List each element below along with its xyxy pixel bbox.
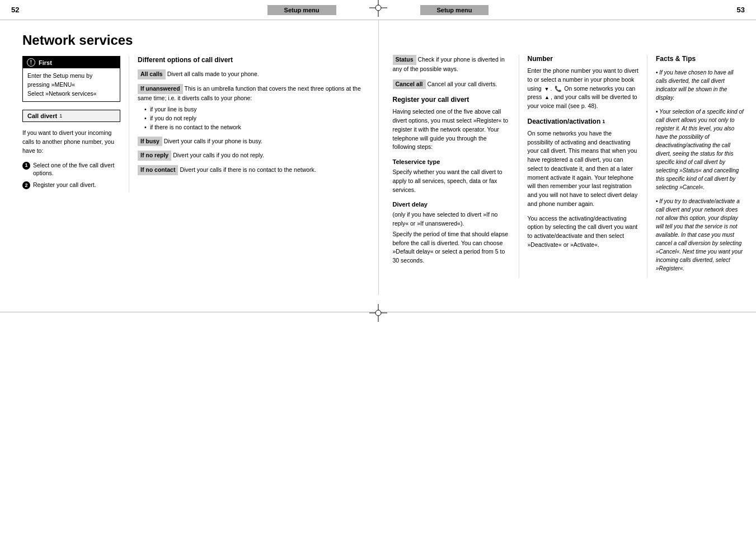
bullet-1: •if your line is busy: [144, 105, 367, 114]
register-section-title: Register your call divert: [393, 96, 510, 104]
facts-item-3: • If you try to deactivate/activate a ca…: [656, 197, 745, 273]
deactivation-icon: 1: [602, 119, 605, 124]
if-busy-label: If busy: [138, 137, 162, 147]
section-label-left: Setup menu: [267, 5, 336, 15]
phone-icon: 📞: [555, 86, 561, 92]
first-box: ! First Enter the Setup menu by pressing…: [22, 56, 120, 102]
number-text: Enter the phone number you want to diver…: [528, 67, 639, 111]
page-number-right: 53: [722, 3, 756, 17]
register-section-text: Having selected one of the five above ca…: [393, 107, 510, 152]
status-section: StatusCheck if your phone is diverted in…: [393, 55, 510, 74]
bullet-3: •if there is no contact to the network: [144, 123, 367, 132]
section-label-right: Setup menu: [420, 5, 489, 15]
teleservice-text: Specify whether you want the call divert…: [393, 168, 510, 194]
page-number-left: 52: [0, 3, 34, 17]
step-1-num: 1: [22, 162, 30, 170]
exclamation-icon: !: [27, 58, 35, 67]
if-unanswered: If unansweredThis is an umbrella functio…: [138, 84, 367, 103]
first-box-step1: Enter the Setup menu by pressing »MENU«: [27, 72, 115, 90]
divert-delay-title: Divert delay: [393, 201, 510, 208]
svg-point-2: [375, 5, 381, 11]
different-options-title: Different options of call divert: [138, 56, 367, 64]
cancel-all-label: Cancel all: [393, 79, 426, 90]
arrow-up-icon: ▲: [544, 95, 550, 100]
call-divert-intro: If you want to divert your incoming call…: [22, 129, 120, 155]
facts-tips-title: Facts & Tips: [656, 55, 745, 63]
number-title: Number: [528, 55, 639, 63]
if-no-contact-label: If no contact: [138, 165, 178, 175]
facts-item-2: • Your selection of a specific kind of c…: [656, 107, 745, 191]
if-no-contact: If no contactDivert your calls if there …: [138, 165, 367, 175]
call-divert-steps: 1 Select one of the five call divert opt…: [22, 161, 120, 189]
call-divert-box: Call divert 1: [22, 110, 120, 122]
step-1-text: Select one of the five call divert optio…: [33, 161, 120, 177]
deactivation-title: Deactivation/activation 1: [528, 118, 639, 125]
page-title: Network services: [22, 32, 367, 48]
step-2-num: 2: [22, 181, 30, 189]
divert-delay-text1: (only if you have selected to divert »If…: [393, 210, 510, 228]
if-busy: If busyDivert your calls if your phone i…: [138, 137, 367, 147]
call-divert-icon: 1: [59, 113, 62, 119]
all-calls-label: All calls: [138, 69, 166, 79]
divert-delay-text2: Specify the period of time that should e…: [393, 230, 510, 265]
first-box-header: ! First: [23, 57, 120, 68]
status-label: Status: [393, 55, 416, 65]
svg-point-5: [375, 310, 381, 316]
if-unanswered-bullets: •if your line is busy •if you do not rep…: [138, 105, 367, 136]
step-2-text: Register your call divert.: [33, 181, 96, 189]
arrow-down-icon: ▼: [544, 86, 550, 92]
first-box-title: First: [39, 59, 52, 66]
call-divert-title: Call divert: [27, 113, 57, 119]
cancel-all-section: Cancel allCancel all your call diverts.: [393, 79, 510, 90]
facts-item-1: • If you have chosen to have all calls d…: [656, 68, 745, 102]
first-box-step2: Select »Network services«: [27, 90, 115, 99]
deactivation-text: On some networks you have the possibilit…: [528, 129, 639, 209]
teleservice-title: Teleservice type: [393, 158, 510, 165]
deactivation-text2: You access the activating/deactivating o…: [528, 214, 639, 250]
all-calls: All callsDivert all calls made to your p…: [138, 69, 367, 79]
bullet-2: •if you do not reply: [144, 114, 367, 123]
if-unanswered-label: If unanswered: [138, 84, 183, 94]
if-no-reply-label: If no reply: [138, 151, 171, 161]
if-no-reply: If no replyDivert your calls if you do n…: [138, 151, 367, 161]
